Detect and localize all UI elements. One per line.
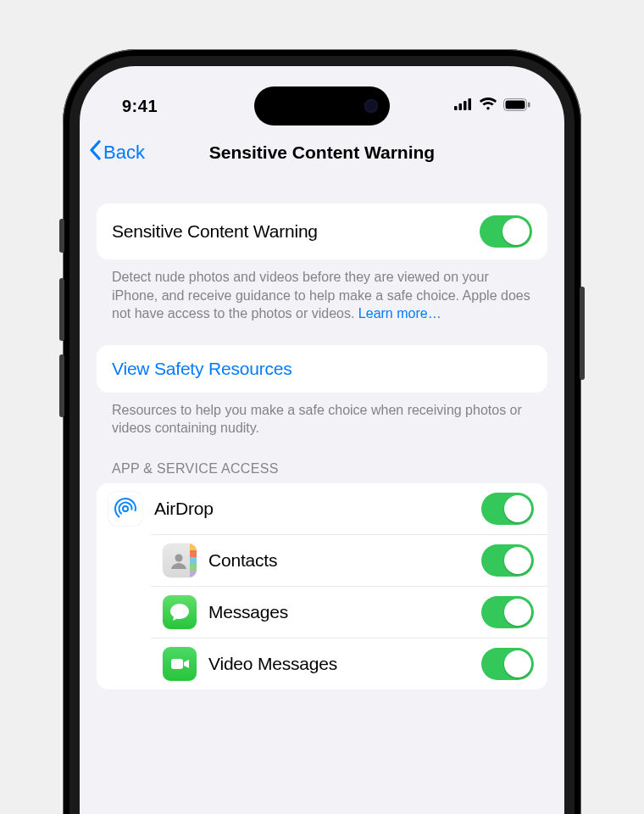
screen: 9:41 [80, 66, 564, 814]
front-camera-icon [364, 99, 378, 113]
svg-rect-2 [464, 101, 467, 110]
back-button[interactable]: Back [88, 140, 145, 165]
app-toggle-airdrop[interactable] [481, 493, 534, 525]
app-row-messages: Messages [151, 586, 547, 638]
svg-rect-3 [469, 98, 472, 110]
svg-rect-1 [459, 103, 463, 110]
main-toggle-card: Sensitive Content Warning [97, 204, 547, 259]
learn-more-link[interactable]: Learn more… [358, 306, 441, 321]
airdrop-icon [108, 492, 142, 526]
app-row-contacts: Contacts [151, 534, 547, 586]
safety-footer: Resources to help you make a safe choice… [97, 393, 547, 438]
page-title: Sensitive Content Warning [80, 142, 564, 163]
svg-point-10 [175, 554, 183, 561]
app-row-video-messages: Video Messages [151, 638, 547, 689]
wifi-icon [479, 98, 497, 114]
svg-point-7 [123, 506, 128, 511]
navbar: Back Sensitive Content Warning [80, 132, 564, 178]
svg-point-8 [117, 500, 135, 518]
app-toggle-contacts[interactable] [481, 544, 534, 577]
battery-icon [503, 98, 530, 114]
app-toggle-video-messages[interactable] [481, 648, 534, 680]
volume-down-button[interactable] [59, 354, 64, 417]
svg-point-9 [113, 496, 138, 521]
app-row-airdrop: AirDrop [97, 483, 547, 534]
svg-rect-6 [528, 102, 530, 107]
main-footer: Detect nude photos and videos before the… [97, 259, 547, 323]
safety-card: View Safety Resources [97, 345, 547, 393]
safety-link-label: View Safety Resources [112, 359, 532, 379]
app-label: Contacts [208, 550, 481, 571]
cellular-icon [454, 98, 473, 114]
view-safety-resources[interactable]: View Safety Resources [97, 345, 547, 393]
volume-up-button[interactable] [59, 278, 64, 341]
svg-rect-11 [171, 659, 183, 669]
apps-section-header: APP & SERVICE ACCESS [97, 438, 547, 483]
video-messages-icon [163, 647, 197, 681]
phone-frame: 9:41 [63, 49, 581, 814]
apps-list: AirDrop Contacts [97, 483, 547, 689]
status-time: 9:41 [122, 97, 158, 116]
app-label: Messages [208, 602, 481, 622]
back-label: Back [103, 142, 145, 164]
chevron-left-icon [88, 140, 102, 165]
app-label: AirDrop [154, 499, 481, 519]
app-label: Video Messages [208, 654, 481, 674]
side-button[interactable] [580, 287, 585, 380]
svg-rect-0 [454, 106, 458, 110]
svg-rect-5 [506, 100, 525, 109]
main-toggle[interactable] [480, 215, 532, 248]
messages-icon [163, 595, 197, 629]
main-toggle-label: Sensitive Content Warning [112, 221, 480, 242]
app-toggle-messages[interactable] [481, 596, 534, 628]
dynamic-island [254, 86, 390, 125]
contacts-icon [163, 544, 197, 577]
silent-switch[interactable] [59, 219, 64, 253]
